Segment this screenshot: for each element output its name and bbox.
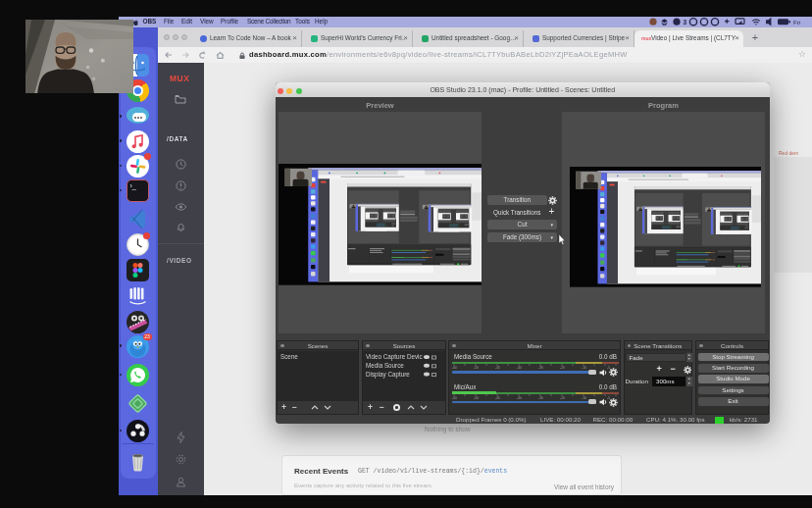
svg-text:-40: -40 [517,366,522,369]
svg-text:-10: -10 [582,396,586,399]
svg-text:-45: -45 [495,396,500,399]
svg-text:Fri: Fri [793,20,800,25]
svg-text:-20: -20 [560,366,565,369]
svg-text:-45: -45 [495,366,500,369]
svg-text:3: 3 [684,19,687,25]
svg-text:-60: -60 [452,366,457,369]
svg-text:-60: -60 [452,396,457,399]
svg-text:-50: -50 [474,366,479,369]
svg-text:-40: -40 [517,396,522,399]
svg-text:-10: -10 [582,366,586,369]
svg-text:-30: -30 [538,366,543,369]
svg-text:-20: -20 [560,396,565,399]
svg-text:-50: -50 [474,396,479,399]
svg-text:-30: -30 [538,396,543,399]
